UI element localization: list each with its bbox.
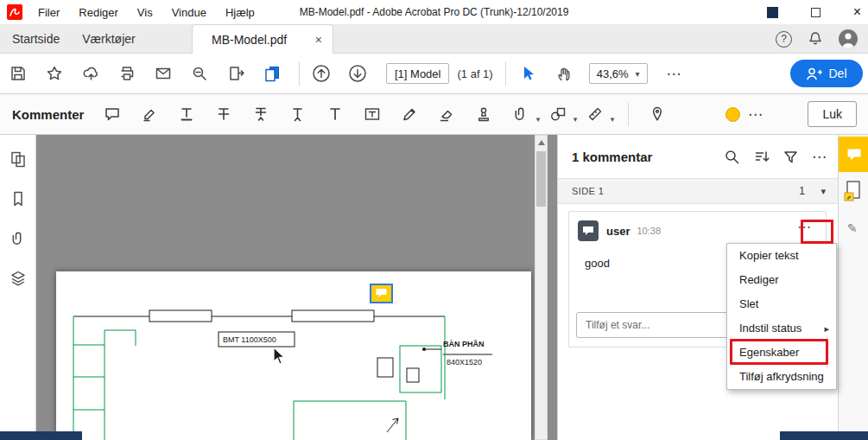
close-window-button[interactable]: × (853, 5, 861, 19)
main-toolbar: [1] Model (1 af 1) 43,6% ▾ ⋯ Del (0, 54, 868, 94)
toolbar-more-icon[interactable]: ⋯ (663, 62, 686, 85)
measure-icon[interactable]: ▾ (584, 103, 606, 125)
page-count-label: (1 af 1) (457, 67, 492, 80)
drawing-label-bmt: BMT 1100X500 (223, 335, 276, 344)
zoom-value: 43,6% (597, 67, 629, 80)
caret-down-icon: ▾ (573, 115, 578, 124)
document-vertical-scrollbar[interactable] (535, 135, 548, 440)
pin-icon[interactable] (646, 103, 668, 125)
marquee-zoom-icon[interactable] (188, 62, 211, 85)
menu-item-rediger[interactable]: Rediger (727, 268, 836, 292)
comment-author: user (606, 225, 630, 238)
attachments-icon[interactable] (10, 230, 27, 247)
menu-vindue[interactable]: Vindue (172, 6, 206, 19)
maximize-button[interactable] (811, 8, 820, 17)
caret-down-icon: ▾ (536, 115, 541, 124)
star-icon[interactable] (43, 62, 66, 85)
toolbar-separator (505, 61, 506, 86)
window-title: MB-Model.pdf - Adobe Acrobat Pro DC (Tru… (300, 6, 569, 18)
window-controls: × (767, 0, 861, 24)
text-box-icon[interactable] (361, 103, 383, 125)
select-tool-icon[interactable] (516, 62, 539, 85)
sticky-note-annotation-icon[interactable] (370, 284, 393, 303)
menu-hjaelp[interactable]: Hjælp (225, 6, 255, 19)
floor-plan-drawing: BMT 1100X500 BÀN PHẦN 840X1520 (56, 271, 531, 440)
previous-page-icon[interactable] (310, 62, 333, 85)
menu-item-indstil-status[interactable]: Indstil status▸ (727, 316, 836, 341)
send-track-icon[interactable] (225, 62, 247, 85)
menu-vis[interactable]: Vis (137, 6, 153, 19)
underline-text-icon[interactable] (175, 103, 198, 125)
collapse-section-icon[interactable]: ▾ (820, 186, 826, 197)
menu-item-kopier-tekst[interactable]: Kopier tekst (727, 244, 836, 268)
comments-panel: 1 kommentar ⋯ SIDE 1 1 ▾ (557, 135, 838, 440)
tab-startside[interactable]: Startside (12, 32, 60, 46)
document-viewport[interactable]: BMT 1100X500 BÀN PHẦN 840X1520 (36, 135, 557, 440)
sticky-note-icon[interactable] (101, 103, 124, 125)
scrollbar-thumb[interactable] (536, 151, 546, 207)
tab-document-label: MB-Model.pdf (212, 33, 287, 47)
tab-document[interactable]: MB-Model.pdf × (192, 24, 333, 54)
pdf-page[interactable]: BMT 1100X500 BÀN PHẦN 840X1520 (56, 271, 531, 440)
notifications-bell-icon[interactable] (807, 30, 824, 48)
page-section-count: 1 (799, 185, 805, 197)
menu-item-tilfoej-afkrydsning[interactable]: Tilføj afkrydsning (727, 365, 836, 389)
comment-toolbar: Kommenter (0, 94, 868, 135)
scroll-up-icon[interactable] (538, 140, 545, 145)
comments-count-title: 1 kommentar (572, 150, 652, 164)
attach-file-icon[interactable]: ▾ (510, 103, 532, 125)
stamp-icon[interactable] (472, 103, 495, 125)
eraser-icon[interactable] (435, 103, 458, 125)
hand-tool-icon[interactable] (553, 62, 575, 85)
page-thumbnails-icon[interactable] (10, 150, 27, 168)
page-section-label: SIDE 1 (572, 186, 604, 196)
next-page-icon[interactable] (346, 62, 369, 85)
acrobat-logo-icon (7, 4, 22, 20)
minimize-button[interactable] (767, 7, 778, 18)
tab-close-icon[interactable]: × (315, 33, 322, 47)
menu-item-slet[interactable]: Slet (727, 292, 836, 316)
highlighter-icon[interactable] (138, 103, 161, 125)
sort-comments-icon[interactable] (753, 149, 770, 165)
draw-pencil-icon[interactable] (398, 103, 421, 125)
caret-down-icon: ▾ (611, 115, 615, 124)
filter-comments-icon[interactable] (782, 149, 799, 165)
help-icon[interactable]: ? (776, 31, 792, 48)
menu-filer[interactable]: Filer (38, 6, 60, 19)
comments-panel-more-icon[interactable]: ⋯ (812, 148, 827, 166)
comment-context-menu: Kopier tekst Rediger Slet Indstil status… (726, 243, 837, 390)
add-text-icon[interactable] (324, 103, 346, 125)
close-comment-toolbar-button[interactable]: Luk (808, 101, 857, 127)
caret-down-icon: ▾ (636, 69, 640, 79)
comments-panel-header: 1 kommentar ⋯ (558, 135, 838, 178)
strikethrough-text-icon[interactable] (212, 103, 235, 125)
print-icon[interactable] (116, 62, 138, 85)
zoom-control[interactable]: 43,6% ▾ (589, 63, 648, 84)
layers-icon[interactable] (10, 270, 27, 287)
main-area: BMT 1100X500 BÀN PHẦN 840X1520 1 komment… (0, 135, 868, 440)
share-cloud-icon[interactable] (79, 62, 102, 85)
email-icon[interactable] (152, 62, 174, 85)
menu-rediger[interactable]: Rediger (79, 6, 118, 19)
mouse-cursor (273, 348, 287, 367)
comment-toolbar-more-icon[interactable]: ⋯ (748, 105, 763, 124)
comment-tool-active-icon[interactable] (839, 137, 868, 172)
replace-text-icon[interactable] (250, 103, 272, 125)
fill-sign-tool-icon[interactable]: ✎ (847, 221, 858, 235)
comment-timestamp: 10:38 (637, 226, 661, 236)
title-bar: Filer Rediger Vis Vindue Hjælp MB-Model.… (0, 0, 868, 24)
insert-text-icon[interactable] (287, 103, 309, 125)
tab-vaerktoejer[interactable]: Værktøjer (82, 32, 135, 46)
page-section-row[interactable]: SIDE 1 1 ▾ (558, 178, 838, 204)
page-field[interactable]: [1] Model (386, 63, 449, 84)
export-pdf-icon[interactable] (261, 62, 283, 85)
taskbar-fragment-right (780, 431, 868, 440)
share-button[interactable]: Del (790, 60, 863, 87)
search-comments-icon[interactable] (724, 149, 740, 165)
user-avatar[interactable] (839, 29, 858, 48)
shapes-icon[interactable]: ▾ (547, 103, 569, 125)
bookmarks-icon[interactable] (10, 190, 27, 207)
save-icon[interactable] (7, 62, 29, 85)
comment-list-tool-icon[interactable] (844, 180, 863, 202)
comment-color-swatch[interactable] (725, 107, 740, 122)
